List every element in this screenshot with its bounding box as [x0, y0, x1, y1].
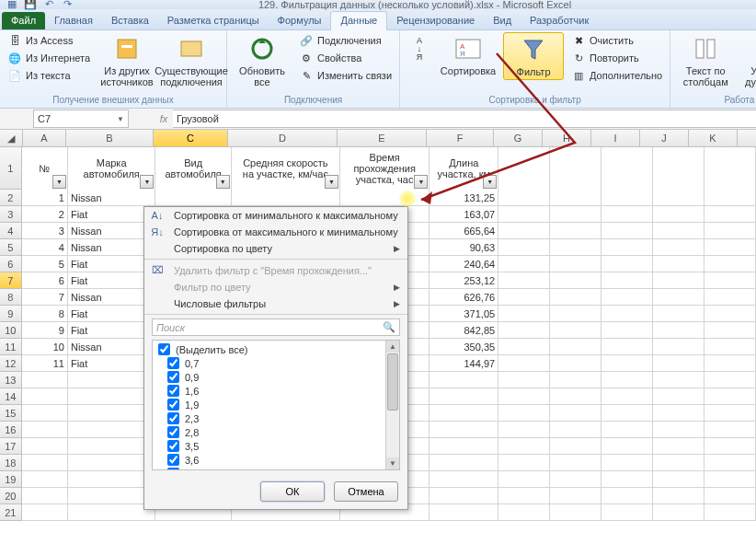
row-header[interactable]: 13 — [0, 372, 22, 388]
cell[interactable]: 8 — [22, 306, 68, 322]
tab-page-layout[interactable]: Разметка страницы — [158, 12, 269, 29]
sort-by-color-item[interactable]: Сортировка по цвету▶ — [144, 240, 407, 257]
value-checkbox[interactable] — [167, 412, 179, 424]
row-header[interactable]: 11 — [0, 339, 22, 355]
tab-formulas[interactable]: Формулы — [269, 12, 331, 29]
row-header[interactable]: 3 — [0, 206, 22, 223]
filter-search-input[interactable]: Поиск🔍 — [152, 318, 400, 336]
cell[interactable]: 4 — [22, 239, 68, 256]
tab-view[interactable]: Вид — [484, 12, 521, 29]
connections-button[interactable]: 🔗Подключения — [297, 32, 394, 49]
row-header[interactable]: 21 — [0, 504, 22, 521]
cell[interactable]: 842,85 — [430, 322, 498, 339]
row-header[interactable]: 9 — [0, 306, 22, 322]
row-header[interactable]: 5 — [0, 239, 22, 256]
row-header[interactable]: 19 — [0, 471, 22, 488]
row-header-1[interactable]: 1 — [0, 147, 22, 190]
row-header[interactable]: 20 — [0, 488, 22, 504]
tab-insert[interactable]: Вставка — [102, 12, 158, 29]
from-web-button[interactable]: 🌐Из Интернета — [6, 50, 92, 66]
col-header-B[interactable]: B — [66, 130, 154, 146]
filter-values-list[interactable]: (Выделить все)0,70,91,61,92,32,83,53,64,… — [152, 340, 400, 470]
cell[interactable]: 90,63 — [430, 239, 498, 256]
cell[interactable]: 371,05 — [430, 306, 498, 322]
row-header[interactable]: 6 — [0, 256, 22, 272]
tab-developer[interactable]: Разработчик — [521, 12, 598, 29]
col-header-I[interactable]: I — [591, 130, 640, 146]
header-cell[interactable]: Вид автомобиля▼ — [155, 147, 231, 190]
value-checkbox[interactable] — [167, 468, 179, 470]
filter-dropdown-icon[interactable]: ▼ — [414, 175, 428, 189]
cell[interactable]: 3 — [22, 223, 68, 239]
header-cell[interactable]: Марка автомобиля▼ — [68, 147, 156, 190]
sort-button[interactable]: АЯ Сортировка — [439, 32, 498, 78]
header-cell[interactable]: Длина участка, км▼ — [430, 147, 498, 190]
checklist-scrollbar[interactable]: ▲▼ — [385, 341, 399, 469]
col-header-D[interactable]: D — [228, 130, 338, 146]
filter-dropdown-icon[interactable]: ▼ — [483, 175, 497, 189]
refresh-all-button[interactable]: Обновить все — [233, 32, 292, 89]
edit-links-button[interactable]: ✎Изменить связи — [297, 67, 394, 84]
redo-icon[interactable]: ↷ — [61, 0, 74, 10]
cancel-button[interactable]: Отмена — [334, 481, 398, 502]
cell[interactable]: 6 — [22, 272, 68, 289]
cell[interactable]: 131,25 — [430, 190, 498, 206]
row-header[interactable]: 10 — [0, 322, 22, 339]
name-box[interactable]: C7▼ — [33, 110, 129, 128]
cell[interactable]: 10 — [22, 339, 68, 355]
cell[interactable]: 253,12 — [430, 272, 498, 289]
cell[interactable] — [232, 190, 340, 206]
col-header-A[interactable]: A — [23, 130, 66, 146]
sort-ascending-item[interactable]: A↓Сортировка от минимального к максималь… — [144, 207, 407, 224]
cell[interactable] — [340, 190, 430, 206]
cell[interactable]: 626,76 — [430, 289, 498, 306]
cell[interactable]: 350,35 — [430, 339, 498, 355]
properties-button[interactable]: ⚙Свойства — [297, 50, 394, 66]
filter-dropdown-icon[interactable]: ▼ — [52, 175, 66, 189]
select-all-cell[interactable]: ◢ — [0, 130, 23, 146]
cell[interactable]: 11 — [22, 355, 68, 372]
row-header[interactable]: 12 — [0, 355, 22, 372]
tab-review[interactable]: Рецензирование — [387, 12, 484, 29]
formula-bar[interactable]: Грузовой — [173, 110, 756, 128]
header-cell[interactable]: Время прохождения участка, час▼ — [340, 147, 430, 190]
row-header[interactable]: 4 — [0, 223, 22, 239]
cell[interactable]: 5 — [22, 256, 68, 272]
existing-connections-button[interactable]: Существующие подключения — [162, 32, 221, 89]
col-header-E[interactable]: E — [338, 130, 427, 146]
row-header[interactable]: 17 — [0, 438, 22, 455]
row-header[interactable]: 8 — [0, 289, 22, 306]
col-header-C[interactable]: C — [154, 130, 228, 146]
from-access-button[interactable]: 🗄Из Access — [6, 32, 92, 49]
sort-descending-item[interactable]: Я↓Сортировка от максимального к минималь… — [144, 224, 407, 240]
sort-az-button[interactable]: A↓Я — [406, 32, 433, 65]
col-header-G[interactable]: G — [494, 130, 543, 146]
save-icon[interactable]: 💾 — [24, 0, 37, 10]
filter-dropdown-icon[interactable]: ▼ — [140, 175, 154, 189]
row-header[interactable]: 14 — [0, 388, 22, 405]
row-header[interactable]: 2 — [0, 190, 22, 206]
cell[interactable]: Nissan — [68, 190, 156, 206]
cell[interactable]: 2 — [22, 206, 68, 223]
namebox-dropdown-icon[interactable]: ▼ — [117, 115, 124, 123]
col-header-F[interactable]: F — [427, 130, 494, 146]
row-header[interactable]: 7 — [0, 272, 22, 289]
row-header[interactable]: 18 — [0, 455, 22, 471]
fx-icon[interactable]: fx — [155, 113, 173, 124]
cell[interactable]: 144,97 — [430, 355, 498, 372]
value-checkbox[interactable] — [167, 454, 179, 466]
value-checkbox[interactable] — [167, 426, 179, 438]
cell[interactable]: 1 — [22, 190, 68, 206]
value-checkbox[interactable] — [167, 357, 179, 369]
number-filters-item[interactable]: Числовые фильтры▶ — [144, 295, 407, 312]
select-all-checkbox[interactable] — [158, 343, 170, 355]
cell[interactable]: 665,64 — [430, 223, 498, 239]
cell[interactable] — [155, 190, 231, 206]
col-header-K[interactable]: K — [689, 130, 738, 146]
advanced-filter-button[interactable]: ▥Дополнительно — [569, 67, 664, 84]
filter-dropdown-icon[interactable]: ▼ — [325, 175, 338, 189]
undo-icon[interactable]: ↶ — [42, 0, 55, 10]
header-cell[interactable]: Средняя скорость на участке, км/час▼ — [232, 147, 340, 190]
filter-button[interactable]: Фильтр — [503, 32, 564, 80]
cell[interactable]: 9 — [22, 322, 68, 339]
